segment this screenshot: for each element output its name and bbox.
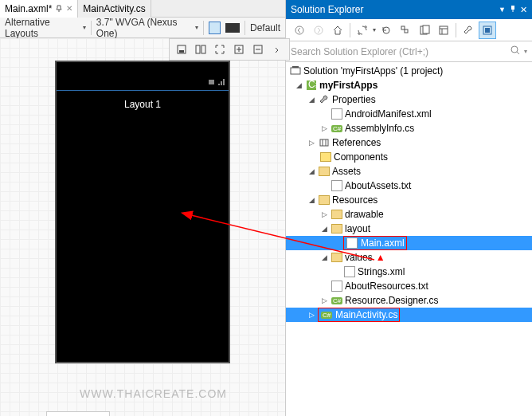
alternative-layouts-dropdown[interactable]: Alternative Layouts	[5, 17, 78, 39]
project-node[interactable]: ◢ C# myFirstApps	[286, 78, 532, 92]
expand-icon[interactable]: ▷	[307, 310, 316, 320]
folder-icon	[331, 208, 343, 221]
search-icon[interactable]	[510, 45, 521, 58]
bottom-tab[interactable]	[46, 411, 110, 416]
properties-node[interactable]: ◢ Properties	[286, 92, 532, 107]
svg-rect-6	[209, 80, 214, 84]
tool-zoom-out[interactable]	[249, 41, 267, 58]
assemblyinfo-node[interactable]: ▷ C# AssemblyInfo.cs	[286, 121, 532, 135]
svg-rect-14	[440, 26, 448, 34]
folder-icon	[319, 151, 332, 163]
resource-designer-node[interactable]: ▷ C# Resource.Designer.cs	[286, 293, 532, 308]
expand-icon[interactable]: ◢	[294, 80, 303, 90]
dropdown-icon[interactable]: ▼	[499, 6, 506, 14]
node-label: Properties	[332, 94, 376, 105]
document-tabs: Main.axml* ✕ MainActivity.cs	[0, 0, 285, 18]
svg-rect-16	[485, 28, 490, 33]
forward-button[interactable]	[310, 22, 327, 39]
portrait-icon[interactable]	[209, 22, 221, 34]
chevron-down-icon[interactable]: ▾	[373, 26, 376, 33]
signal-icon	[217, 77, 225, 88]
wrench-button[interactable]	[460, 22, 477, 39]
search-bar[interactable]: ▾	[286, 41, 532, 62]
tool-zoom-in[interactable]	[230, 41, 248, 58]
svg-rect-3	[201, 45, 205, 53]
csharp-icon: C#	[331, 122, 343, 135]
node-label: References	[332, 137, 381, 148]
resources-node[interactable]: ◢ Resources	[286, 193, 532, 207]
file-icon	[331, 280, 343, 292]
node-label: AssemblyInfo.cs	[345, 123, 414, 134]
node-label: Strings.xml	[358, 266, 405, 277]
preview-button[interactable]	[479, 22, 496, 39]
home-button[interactable]	[329, 22, 346, 39]
drawable-node[interactable]: ▷ drawable	[286, 207, 532, 222]
node-label: AndroidManifest.xml	[345, 108, 432, 120]
layout-node[interactable]: ◢ layout	[286, 222, 532, 236]
properties-button[interactable]	[435, 22, 452, 39]
back-button[interactable]	[291, 22, 308, 39]
expand-icon[interactable]: ◢	[307, 95, 316, 104]
collapse-all-button[interactable]	[397, 22, 414, 39]
file-icon	[346, 237, 358, 249]
aboutassets-node[interactable]: AboutAssets.txt	[286, 179, 532, 193]
tab-main-axml[interactable]: Main.axml* ✕	[0, 0, 78, 18]
components-node[interactable]: Components	[286, 150, 532, 164]
chevron-down-icon[interactable]: ▾	[524, 48, 527, 55]
svg-rect-22	[320, 139, 328, 146]
expand-icon[interactable]: ▷	[307, 138, 316, 147]
main-activity-node[interactable]: ▷ C# MainActivity.cs	[286, 308, 532, 322]
tool-chevron[interactable]	[268, 41, 286, 58]
theme-dropdown[interactable]: Default	[250, 22, 280, 33]
strings-xml-node[interactable]: Strings.xml	[286, 265, 532, 279]
expand-icon[interactable]: ◢	[319, 253, 329, 262]
sync-button[interactable]	[354, 22, 371, 39]
values-node[interactable]: ◢ values ▲	[286, 250, 532, 265]
pin-icon[interactable]	[509, 4, 517, 15]
node-label: Main.axml	[361, 237, 405, 249]
expand-icon[interactable]: ◢	[307, 195, 316, 205]
expand-icon[interactable]: ▷	[319, 124, 329, 133]
show-all-files-button[interactable]	[416, 22, 433, 39]
expand-icon[interactable]: ◢	[307, 167, 316, 176]
tool-fullscreen[interactable]	[211, 41, 229, 58]
design-surface: Layout 1 WWW.THAICREATE.COM	[0, 38, 285, 416]
expand-icon[interactable]: ▷	[319, 210, 329, 219]
aboutresources-node[interactable]: AboutResources.txt	[286, 279, 532, 293]
solution-node[interactable]: Solution 'myFirstApps' (1 project)	[286, 64, 532, 78]
designer-panel: Main.axml* ✕ MainActivity.cs Alternative…	[0, 0, 285, 416]
expand-icon[interactable]: ▷	[319, 296, 329, 305]
expand-icon[interactable]: ◢	[319, 224, 329, 234]
tool-split-view[interactable]	[192, 41, 209, 58]
device-profile-dropdown[interactable]: 3.7" WVGA (Nexus One)	[96, 17, 191, 39]
main-axml-node[interactable]: Main.axml	[286, 236, 532, 250]
folder-icon	[331, 222, 343, 235]
solution-explorer-toolbar: ▾	[286, 19, 532, 41]
references-icon	[318, 136, 331, 149]
close-icon[interactable]: ✕	[520, 5, 527, 15]
svg-point-9	[315, 26, 323, 34]
svg-rect-19	[292, 66, 299, 68]
folder-icon	[318, 165, 331, 178]
file-icon	[343, 265, 356, 278]
androidmanifest-node[interactable]: AndroidManifest.xml	[286, 107, 532, 121]
svg-text:C#: C#	[308, 80, 317, 90]
refresh-button[interactable]	[377, 22, 395, 39]
device-preview[interactable]: Layout 1	[55, 61, 230, 363]
references-node[interactable]: ▷ References	[286, 135, 532, 150]
solution-icon	[289, 65, 302, 77]
assets-node[interactable]: ◢ Assets	[286, 164, 532, 179]
status-bar	[57, 62, 229, 91]
tab-main-activity[interactable]: MainActivity.cs	[78, 0, 151, 18]
panel-title: Solution Explorer	[291, 4, 363, 15]
node-label: MainActivity.cs	[335, 309, 397, 320]
close-icon[interactable]: ✕	[66, 4, 72, 13]
layout-tools	[169, 38, 290, 61]
search-input[interactable]	[291, 46, 507, 57]
landscape-icon[interactable]	[225, 23, 240, 33]
node-label: drawable	[345, 209, 384, 220]
pin-icon[interactable]	[55, 5, 63, 13]
node-label: AboutAssets.txt	[345, 180, 411, 191]
svg-rect-1	[179, 50, 184, 53]
tool-single-view[interactable]	[173, 41, 190, 58]
